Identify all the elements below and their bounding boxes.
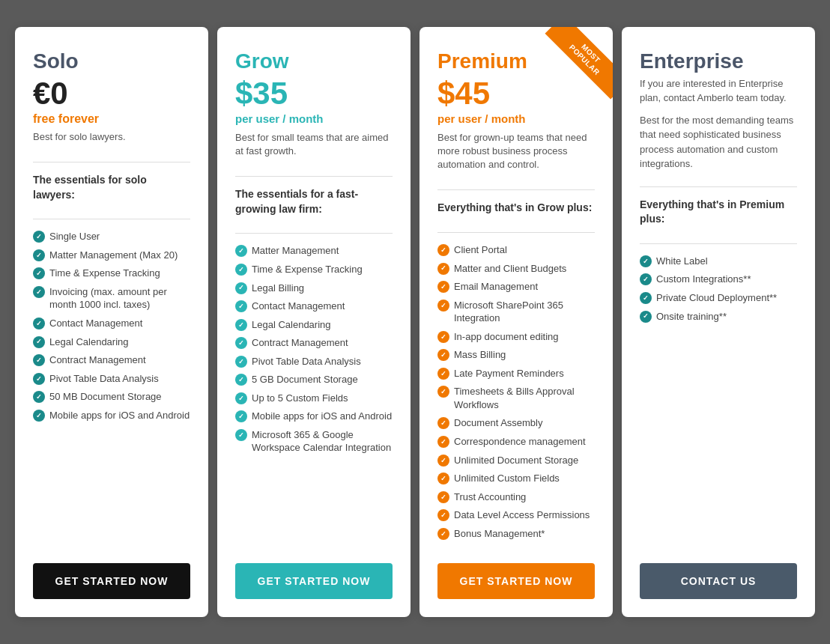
plan-name: Enterprise xyxy=(640,49,797,73)
feature-item: Time & Expense Tracking xyxy=(235,263,393,276)
feature-item: Document Assembly xyxy=(437,416,595,430)
check-icon xyxy=(235,300,247,312)
divider xyxy=(640,186,797,187)
feature-item: Timesheets & Bills Approval Workflows xyxy=(437,385,595,411)
ribbon-text: MOSTPOPULAR xyxy=(545,27,613,100)
feature-text: Mass Billing xyxy=(454,348,506,362)
feature-text: Mobile apps for iOS and Android xyxy=(252,410,392,423)
feature-item: Microsoft 365 & Google Workspace Calenda… xyxy=(235,428,393,455)
feature-item: Microsoft SharePoint 365 Integration xyxy=(437,299,595,325)
check-icon xyxy=(235,429,247,441)
check-icon xyxy=(640,311,652,323)
feature-item: White Label xyxy=(640,255,797,268)
check-icon xyxy=(437,300,449,312)
plan-card-solo: Solo€0free foreverBest for solo lawyers.… xyxy=(15,27,208,618)
feature-item: In-app document editing xyxy=(437,330,595,344)
cta-button-premium[interactable]: GET STARTED NOW xyxy=(437,563,595,599)
feature-item: Contract Management xyxy=(33,353,190,367)
check-icon xyxy=(235,337,247,349)
feature-text: Up to 5 Custom Fields xyxy=(252,392,348,405)
check-icon xyxy=(437,528,449,540)
divider xyxy=(437,189,595,190)
check-icon xyxy=(235,356,247,368)
feature-item: Mobile apps for iOS and Android xyxy=(33,409,190,422)
cta-button-grow[interactable]: GET STARTED NOW xyxy=(235,563,393,599)
feature-text: Time & Expense Tracking xyxy=(252,263,363,276)
check-icon xyxy=(33,249,45,261)
plan-subtitle: Everything that's in Premium plus: xyxy=(640,198,797,227)
plan-tagline: Best for grown-up teams that need more r… xyxy=(437,131,595,172)
feature-item: Mass Billing xyxy=(437,348,595,362)
feature-text: 5 GB Document Storage xyxy=(252,373,358,386)
plan-subtitle: The essentials for a fast-growing law fi… xyxy=(235,187,393,216)
feature-item: Custom Integrations** xyxy=(640,273,797,286)
feature-item: Pivot Table Data Analysis xyxy=(235,355,393,368)
plan-name: Solo xyxy=(33,49,190,73)
feature-text: White Label xyxy=(656,255,708,268)
plan-card-enterprise: EnterpriseIf you are interested in Enter… xyxy=(622,27,815,618)
feature-item: 5 GB Document Storage xyxy=(235,373,393,386)
plan-name: Grow xyxy=(235,49,393,73)
feature-item: Contract Management xyxy=(235,336,393,350)
feature-item: Client Portal xyxy=(437,243,595,257)
feature-text: Bonus Management* xyxy=(454,527,545,541)
free-forever-label: free forever xyxy=(33,112,190,126)
feature-text: Pivot Table Data Analysis xyxy=(49,372,159,386)
feature-text: Contact Management xyxy=(49,317,142,330)
feature-text: Document Assembly xyxy=(454,416,543,430)
divider2 xyxy=(235,233,393,234)
check-icon xyxy=(235,245,247,257)
feature-text: Time & Expense Tracking xyxy=(49,267,160,280)
feature-item: Late Payment Reminders xyxy=(437,367,595,380)
check-icon xyxy=(235,264,247,276)
check-icon xyxy=(33,318,45,329)
plan-subtitle: Everything that's in Grow plus: xyxy=(437,201,595,216)
feature-text: Matter Management xyxy=(252,244,339,258)
feature-text: Correspondence management xyxy=(454,435,586,449)
feature-item: Email Management xyxy=(437,280,595,294)
check-icon xyxy=(437,455,449,467)
features-list: Matter Management Time & Expense Trackin… xyxy=(235,244,393,545)
feature-item: Contact Management xyxy=(33,317,190,330)
divider xyxy=(33,162,190,162)
check-icon xyxy=(437,509,449,521)
feature-item: Legal Calendaring xyxy=(33,335,190,349)
check-icon xyxy=(437,244,449,256)
feature-text: Single User xyxy=(49,230,100,243)
divider2 xyxy=(437,232,595,233)
feature-text: Microsoft SharePoint 365 Integration xyxy=(454,299,595,325)
feature-text: Contract Management xyxy=(252,336,348,350)
feature-text: Custom Integrations** xyxy=(656,273,751,286)
plan-tagline: Best for solo lawyers. xyxy=(33,130,190,144)
feature-item: Private Cloud Deployment** xyxy=(640,291,797,305)
feature-item: Up to 5 Custom Fields xyxy=(235,392,393,405)
check-icon xyxy=(437,473,449,484)
feature-item: Onsite training** xyxy=(640,310,797,323)
cta-button-enterprise[interactable]: CONTACT US xyxy=(640,563,797,599)
check-icon xyxy=(33,336,45,348)
check-icon xyxy=(235,410,247,422)
check-icon xyxy=(437,417,449,429)
feature-item: Contact Management xyxy=(235,300,393,313)
plan-price: €0 xyxy=(33,76,190,111)
feature-text: Trust Accounting xyxy=(454,490,526,504)
feature-text: Unlimited Custom Fields xyxy=(454,472,560,485)
check-icon xyxy=(437,368,449,380)
check-icon xyxy=(33,286,45,298)
feature-text: Email Management xyxy=(454,280,538,294)
check-icon xyxy=(437,491,449,503)
feature-item: Legal Calendaring xyxy=(235,318,393,332)
check-icon xyxy=(437,436,449,448)
feature-text: Private Cloud Deployment** xyxy=(656,291,777,305)
check-icon xyxy=(33,373,45,385)
feature-item: Matter Management (Max 20) xyxy=(33,249,190,262)
check-icon xyxy=(437,331,449,343)
feature-item: Matter and Client Budgets xyxy=(437,262,595,276)
check-icon xyxy=(33,391,45,403)
plan-card-grow: Grow$35per user / monthBest for small te… xyxy=(217,27,411,618)
check-icon xyxy=(33,267,45,279)
per-user-label: per user / month xyxy=(235,112,393,125)
cta-button-solo[interactable]: GET STARTED NOW xyxy=(33,563,190,599)
feature-text: Matter Management (Max 20) xyxy=(49,249,178,262)
feature-item: Correspondence management xyxy=(437,435,595,449)
